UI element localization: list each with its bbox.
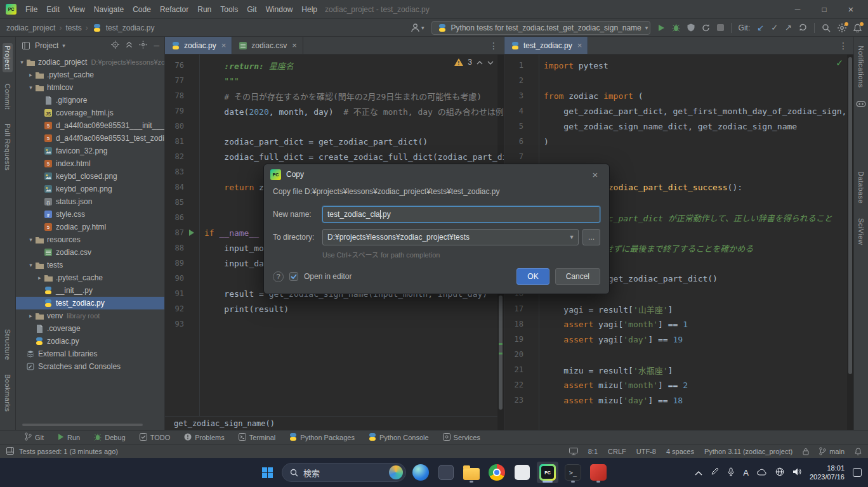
tab-close-icon[interactable]: × bbox=[577, 41, 582, 49]
python-interpreter[interactable]: Python 3.11 (zodiac_project) bbox=[704, 448, 792, 455]
code-line[interactable]: 80 bbox=[165, 119, 504, 134]
new-name-input[interactable]: test_zodiac_cla.py bbox=[322, 206, 600, 223]
line-number[interactable]: 20 bbox=[504, 350, 523, 359]
toolwindow-git[interactable]: Git bbox=[18, 431, 51, 444]
panel-options-button[interactable] bbox=[139, 41, 147, 51]
tree-item-zodiac.csv[interactable]: zodiac.csv bbox=[16, 246, 164, 259]
indent-style[interactable]: 4 spaces bbox=[666, 448, 694, 455]
tree-item-.coverage[interactable]: .coverage bbox=[16, 322, 164, 335]
line-number[interactable]: 90 bbox=[165, 274, 184, 283]
code-line[interactable]: 81 zodiac_part_dict = get_zodiac_part_di… bbox=[165, 134, 504, 149]
prev-issue-button[interactable] bbox=[477, 58, 483, 67]
breadcrumb-item[interactable]: test_zodiac.py bbox=[106, 23, 155, 32]
run-button[interactable] bbox=[657, 24, 665, 32]
start-button[interactable] bbox=[256, 462, 278, 483]
tray-expand-button[interactable] bbox=[695, 468, 702, 477]
ime-indicator[interactable]: A bbox=[743, 468, 749, 477]
toolwindow-terminal[interactable]: Terminal bbox=[232, 431, 283, 444]
line-number[interactable]: 18 bbox=[504, 320, 523, 328]
line-number[interactable]: 17 bbox=[504, 304, 523, 313]
line-number[interactable]: 79 bbox=[165, 107, 184, 115]
menu-tools[interactable]: Tools bbox=[216, 5, 242, 14]
tree-item-.pytest_cache[interactable]: ▸.pytest_cache bbox=[16, 68, 164, 81]
help-button[interactable]: ? bbox=[273, 271, 284, 282]
tree-toggle-icon[interactable]: ▾ bbox=[27, 237, 34, 243]
notifications-button[interactable] bbox=[853, 23, 862, 32]
status-notifications-icon[interactable] bbox=[855, 448, 862, 455]
code-line[interactable]: 92 print(result) bbox=[165, 301, 504, 316]
stop-button[interactable] bbox=[717, 24, 724, 31]
code-line[interactable]: 3from zodiac import ( bbox=[504, 88, 853, 103]
code-line[interactable]: 76 :return: 星座名 bbox=[165, 58, 504, 73]
tree-item-zodiac_py.html[interactable]: 5zodiac_py.html bbox=[16, 221, 164, 233]
git-history-button[interactable] bbox=[799, 23, 807, 32]
tree-item-.pytest_cache[interactable]: ▸.pytest_cache bbox=[16, 271, 164, 284]
file-encoding[interactable]: UTF-8 bbox=[636, 448, 656, 455]
menu-refactor[interactable]: Refactor bbox=[155, 5, 193, 14]
code-line[interactable]: 77 """ bbox=[165, 73, 504, 88]
code-line[interactable]: 20 bbox=[504, 347, 853, 362]
toolwindow-services[interactable]: Services bbox=[436, 431, 487, 444]
breadcrumb-item[interactable]: tests bbox=[65, 23, 81, 32]
line-number[interactable]: 81 bbox=[165, 137, 184, 146]
code-line[interactable]: 23 assert mizu['day'] == 18 bbox=[504, 393, 853, 408]
toolwindow-todo[interactable]: TODO bbox=[133, 431, 178, 444]
tree-toggle-icon[interactable]: ▾ bbox=[27, 84, 34, 91]
toolwindow-quick-access-icon[interactable] bbox=[6, 447, 14, 456]
line-number[interactable]: 88 bbox=[165, 244, 184, 252]
open-in-editor-checkbox[interactable] bbox=[289, 272, 298, 281]
run-configuration-select[interactable]: Python tests for test_zodiac.test_get_zo… bbox=[431, 21, 650, 35]
line-number[interactable]: 22 bbox=[504, 380, 523, 389]
github-copilot-icon[interactable] bbox=[856, 99, 866, 112]
tree-item-resources[interactable]: ▾resources bbox=[16, 233, 164, 246]
line-number[interactable]: 2 bbox=[504, 76, 523, 85]
tree-toggle-icon[interactable]: ▸ bbox=[27, 313, 34, 319]
git-update-button[interactable]: ↙ bbox=[757, 23, 764, 32]
toolstrip-structure[interactable]: Structure bbox=[3, 327, 13, 363]
menu-help[interactable]: Help bbox=[297, 5, 322, 14]
line-number[interactable]: 19 bbox=[504, 335, 523, 344]
line-number[interactable]: 91 bbox=[165, 289, 184, 298]
menu-window[interactable]: Window bbox=[261, 5, 298, 14]
line-number[interactable]: 3 bbox=[504, 91, 523, 100]
tree-item-htmlcov[interactable]: ▾htmlcov bbox=[16, 81, 164, 94]
line-number[interactable]: 1 bbox=[504, 61, 523, 70]
code-line[interactable]: 4 get_zodiac_part_dict, get_first_month_… bbox=[504, 103, 853, 119]
cancel-button[interactable]: Cancel bbox=[555, 268, 600, 285]
tree-item-keybd_open.png[interactable]: keybd_open.png bbox=[16, 183, 164, 195]
line-number[interactable]: 83 bbox=[165, 167, 184, 176]
horizontal-scrollbar[interactable] bbox=[22, 424, 143, 426]
taskbar-app-pycharm[interactable]: PC bbox=[537, 462, 558, 483]
taskbar-app-light[interactable] bbox=[511, 462, 533, 483]
collapse-all-button[interactable] bbox=[126, 41, 133, 50]
tab-options-icon[interactable]: ⋮ bbox=[833, 37, 853, 54]
toolwindow-run[interactable]: Run bbox=[51, 431, 87, 444]
minimize-button[interactable]: ─ bbox=[784, 0, 811, 19]
toolstrip-pull-requests[interactable]: Pull Requests bbox=[3, 121, 13, 173]
tree-item-tests[interactable]: ▾tests bbox=[16, 259, 164, 271]
toolwindow-python-packages[interactable]: Python Packages bbox=[282, 431, 362, 444]
taskbar-app-explorer[interactable] bbox=[461, 462, 482, 483]
code-line[interactable]: 82 zodiac_full_dict = create_zodiac_full… bbox=[165, 149, 504, 164]
cursor-position[interactable]: 8:1 bbox=[588, 448, 598, 455]
tree-item-favicon_32.png[interactable]: favicon_32.png bbox=[16, 145, 164, 157]
taskbar-app-red[interactable] bbox=[588, 462, 609, 483]
tree-toggle-icon[interactable]: ▸ bbox=[27, 72, 34, 78]
git-branch-widget[interactable]: main bbox=[819, 447, 845, 455]
line-number[interactable]: 84 bbox=[165, 183, 184, 192]
git-commit-button[interactable]: ✓ bbox=[771, 23, 778, 32]
volume-icon[interactable] bbox=[792, 468, 801, 477]
tree-item-test_zodiac.py[interactable]: test_zodiac.py bbox=[16, 297, 164, 309]
menu-file[interactable]: File bbox=[21, 5, 42, 14]
tree-toggle-icon[interactable]: ▾ bbox=[27, 262, 34, 268]
account-button[interactable]: ▾ bbox=[411, 23, 424, 32]
code-line[interactable]: 1import pytest bbox=[504, 58, 853, 73]
line-number[interactable]: 80 bbox=[165, 122, 184, 131]
tree-toggle-icon[interactable]: ▾ bbox=[18, 59, 25, 65]
taskbar-search-box[interactable]: 検索 bbox=[282, 463, 406, 482]
readonly-lock-icon[interactable] bbox=[803, 448, 809, 455]
tree-item-d_a44f0ac069e85531_test_zodiac[interactable]: 5d_a44f0ac069e85531_test_zodiac bbox=[16, 132, 164, 145]
code-line[interactable]: 5 get_zodiac_sign_name_dict, get_zodiac_… bbox=[504, 119, 853, 134]
editor-tab-zodiac.py[interactable]: zodiac.py× bbox=[165, 37, 232, 54]
next-issue-button[interactable] bbox=[487, 58, 494, 67]
